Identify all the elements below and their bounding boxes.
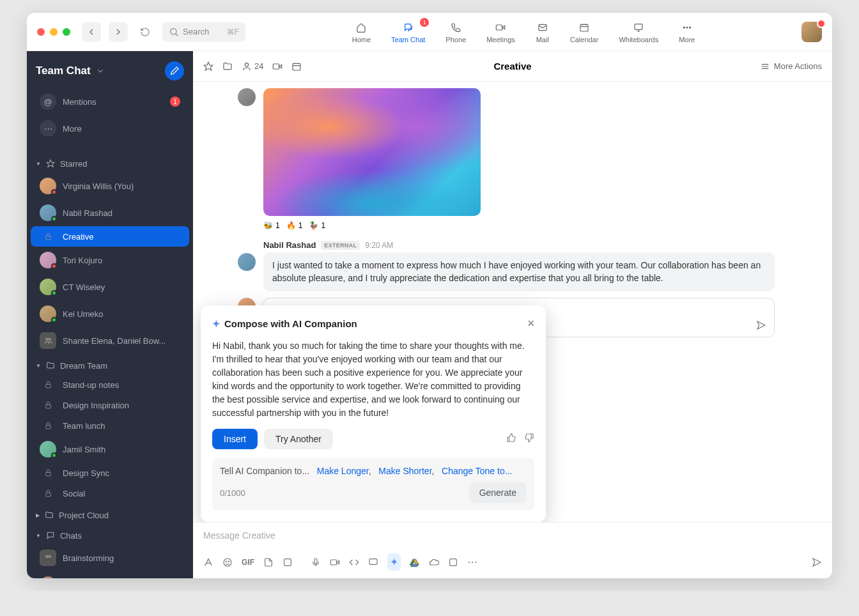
section-project-cloud[interactable]: ▶Project Cloud [27, 504, 193, 524]
try-another-button[interactable]: Try Another [264, 429, 333, 449]
message-text: Nabil Rashad EXTERNAL 9:20 AM I just wan… [238, 240, 775, 291]
screen-button[interactable] [368, 557, 378, 567]
nav-more[interactable]: More [679, 20, 695, 43]
folder-button[interactable] [222, 61, 233, 72]
thumbs-up-icon [506, 433, 516, 443]
nav-meetings[interactable]: Meetings [486, 20, 515, 43]
search-input[interactable]: Search ⌘F [162, 22, 245, 42]
insert-button[interactable]: Insert [212, 429, 258, 449]
sidebar-mentions[interactable]: @Mentions1 [31, 88, 189, 115]
sidebar-item-standup[interactable]: Stand-up notes [31, 374, 189, 395]
file-button[interactable] [263, 557, 274, 567]
svg-rect-22 [45, 472, 50, 475]
nav-calendar[interactable]: Calendar [570, 20, 599, 43]
generate-button[interactable]: Generate [469, 482, 527, 503]
nav-phone[interactable]: Phone [445, 20, 466, 43]
sidebar-item-design-sync[interactable]: Design Sync [31, 463, 189, 483]
box-button[interactable] [448, 557, 458, 567]
sidebar-item-team-lunch[interactable]: Team lunch [31, 415, 189, 436]
user-avatar[interactable] [801, 22, 822, 42]
svg-point-12 [683, 27, 685, 28]
ellipsis-icon: ⋯ [40, 120, 56, 137]
thumbs-down-button[interactable] [524, 433, 534, 445]
make-shorter-link[interactable]: Make Shorter [378, 466, 431, 476]
section-chats[interactable]: ▼Chats [27, 524, 193, 544]
compose-button[interactable] [165, 61, 184, 81]
onedrive-button[interactable] [429, 557, 439, 567]
sidebar-item-design-insp[interactable]: Design Inspiration [31, 395, 189, 415]
section-dream-team[interactable]: ▼Dream Team [27, 354, 193, 374]
emoji-icon [222, 557, 233, 567]
sidebar-item-virginia[interactable]: Virginia Willis (You) [31, 173, 189, 199]
group-icon [40, 332, 56, 349]
star-channel-button[interactable] [203, 61, 213, 72]
change-tone-link[interactable]: Change Tone to... [442, 466, 512, 476]
sidebar-item-sheree[interactable]: Sheree Aubrey [31, 571, 189, 578]
calendar-icon [291, 61, 302, 72]
svg-point-13 [686, 27, 688, 28]
gdrive-button[interactable] [410, 557, 420, 567]
svg-point-18 [49, 338, 50, 340]
sidebar-item-brainstorm[interactable]: Brainstorming [31, 544, 189, 571]
sidebar-item-kei[interactable]: Kei Umeko [31, 300, 189, 327]
sidebar-item-ct[interactable]: CT Wiseley [31, 273, 189, 300]
maximize-window-icon[interactable] [63, 28, 70, 36]
ai-buttons: Insert Try Another [212, 429, 534, 449]
audio-button[interactable] [311, 557, 321, 567]
main-panel: 24 Creative More Actions 🐝 1 🔥 1 🦆 1 [193, 51, 832, 578]
more-actions-button[interactable]: More Actions [760, 61, 822, 72]
sidebar-item-nabil[interactable]: Nabil Rashad [31, 199, 189, 226]
svg-rect-32 [293, 63, 300, 70]
close-window-icon[interactable] [37, 28, 45, 36]
code-button[interactable] [349, 557, 359, 567]
more-tools-button[interactable]: ⋯ [467, 556, 477, 568]
format-button[interactable] [203, 557, 213, 567]
nav-team-chat[interactable]: Team Chat1 [391, 20, 425, 43]
channel-title: Creative [493, 61, 531, 72]
svg-point-48 [228, 561, 229, 562]
minimize-window-icon[interactable] [50, 28, 58, 36]
message-composer: Message Creative GIF ✦ ⋯ [193, 522, 832, 578]
sidebar-more[interactable]: ⋯More [31, 115, 189, 142]
send-button[interactable] [812, 557, 822, 567]
send-filter-button[interactable] [756, 320, 766, 330]
send-icon [756, 320, 766, 330]
star-outline-icon [203, 61, 213, 72]
sidebar-item-shante[interactable]: Shante Elena, Daniel Bow... [31, 327, 189, 354]
sidebar-item-creative[interactable]: Creative [31, 226, 189, 247]
history-button[interactable] [135, 22, 155, 42]
members-button[interactable]: 24 [242, 61, 263, 72]
ai-button[interactable]: ✦ [387, 553, 401, 571]
nav-mail[interactable]: Mail [536, 20, 550, 43]
section-starred[interactable]: ▼Starred [27, 152, 193, 173]
video-call-button[interactable] [272, 61, 282, 72]
close-button[interactable]: × [527, 317, 534, 330]
box-icon [448, 557, 458, 567]
emoji-button[interactable] [222, 557, 233, 567]
sidebar-item-social[interactable]: Social [31, 483, 189, 504]
reaction-duck[interactable]: 🦆 1 [309, 221, 325, 230]
svg-rect-2 [497, 25, 502, 30]
nav-whiteboards[interactable]: Whiteboards [619, 20, 658, 43]
nav-forward-button[interactable] [109, 22, 128, 42]
image-attachment[interactable] [263, 88, 481, 216]
chevron-left-icon [86, 27, 97, 37]
reaction-fire[interactable]: 🔥 1 [286, 221, 303, 230]
sidebar-item-tori[interactable]: Tori Kojuro [31, 247, 189, 273]
star-icon [46, 158, 55, 169]
screenshot-button[interactable] [282, 557, 293, 567]
make-longer-link[interactable]: Make Longer [317, 466, 369, 476]
thumbs-up-button[interactable] [506, 433, 516, 445]
svg-rect-19 [45, 384, 50, 387]
gif-button[interactable]: GIF [242, 558, 254, 567]
video-button[interactable] [330, 557, 340, 567]
reaction-bee[interactable]: 🐝 1 [263, 221, 280, 230]
sidebar-item-jamil[interactable]: Jamil Smith [31, 436, 189, 463]
avatar [238, 88, 256, 106]
chevron-down-icon[interactable] [96, 66, 105, 76]
messages-area: 🐝 1 🔥 1 🦆 1 Nabil Rashad EXTERNAL 9:20 A… [193, 82, 832, 522]
composer-input[interactable]: Message Creative [202, 523, 823, 548]
nav-back-button[interactable] [82, 22, 101, 42]
calendar-button[interactable] [291, 61, 302, 72]
nav-home[interactable]: Home [352, 20, 371, 43]
